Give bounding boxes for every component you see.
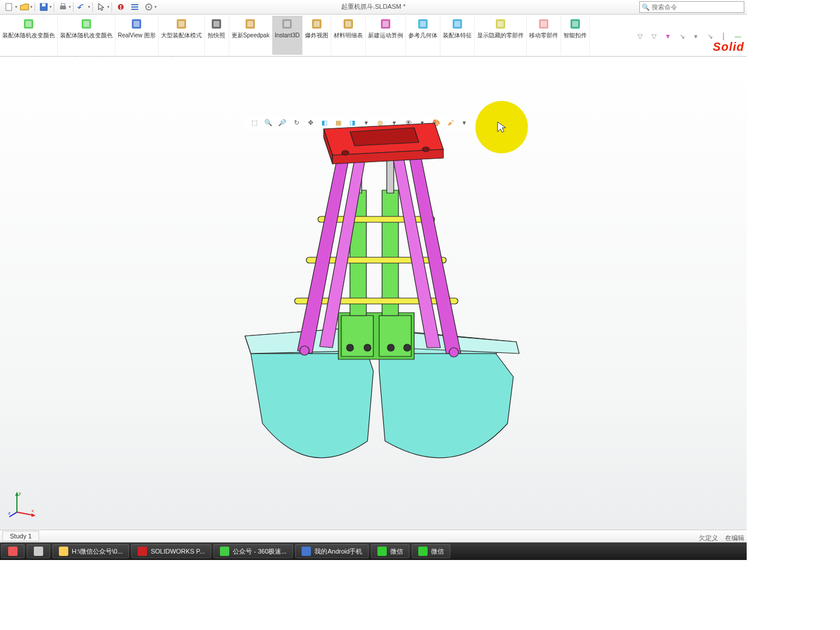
random-color1-icon	[79, 17, 93, 31]
taskbar-icon	[377, 547, 387, 556]
print-icon[interactable]	[57, 1, 69, 13]
ribbon-label: Instant3D	[275, 32, 300, 39]
taskbar-wechat2[interactable]: 微信	[412, 544, 450, 558]
dropdown-icon[interactable]: ▾	[88, 5, 90, 9]
arrow-icon[interactable]: ↘	[677, 31, 687, 41]
quick-access-toolbar: ▾ ▾ ▾ ▾ ▾ ▾ ▾ 起重机抓斗.SLDASM * 🔍	[0, 0, 747, 15]
svg-rect-0	[6, 4, 12, 10]
taskbar-wechat1[interactable]: 微信	[371, 544, 410, 558]
study-tab[interactable]: Study 1	[2, 531, 39, 541]
svg-point-59	[342, 150, 349, 155]
ribbon-instant3d[interactable]: Instant3D	[272, 16, 303, 55]
dropdown-icon[interactable]: ▾	[50, 5, 52, 9]
taskbar-explorer[interactable]: H:\微信公众号\0...	[52, 544, 129, 558]
ribbon-bom[interactable]: 材料明细表	[331, 16, 366, 55]
dropdown-icon[interactable]: ▾	[30, 5, 33, 9]
svg-rect-28	[314, 21, 320, 27]
taskbar-phone[interactable]: 我的Android手机	[295, 544, 369, 558]
svg-text:z: z	[8, 510, 10, 516]
search-command-box[interactable]: 🔍	[639, 1, 744, 13]
settings-icon[interactable]	[142, 1, 155, 13]
svg-rect-8	[131, 4, 138, 5]
svg-marker-65	[32, 513, 36, 517]
svg-rect-40	[541, 21, 547, 27]
assembly-feature-icon	[450, 17, 464, 31]
taskbar-browser[interactable]: 公众号 - 360极速...	[214, 544, 293, 558]
bom-icon	[341, 17, 355, 31]
separator	[73, 2, 74, 12]
svg-line-64	[17, 512, 33, 515]
ribbon-label: 拍快照	[208, 32, 225, 39]
ribbon-label: 大型装配体模式	[161, 32, 202, 39]
ribbon-new-motion[interactable]: 新建运动算例	[366, 16, 406, 55]
dropdown-icon[interactable]: ▾	[155, 5, 157, 9]
dropdown-icon[interactable]: ▾	[107, 5, 110, 9]
ribbon-assembly-feature[interactable]: 装配体特征	[440, 16, 475, 55]
svg-rect-6	[120, 5, 121, 8]
svg-rect-42	[572, 21, 578, 27]
show-hidden-icon	[494, 17, 508, 31]
realview-icon	[130, 17, 144, 31]
cursor-icon	[495, 120, 509, 134]
ribbon-show-hidden[interactable]: 显示隐藏的零部件	[475, 16, 527, 55]
filter-icon[interactable]: ▽	[635, 31, 645, 41]
ribbon-snapshot[interactable]: 拍快照	[205, 16, 229, 55]
rebuild-icon[interactable]	[114, 1, 127, 13]
svg-point-12	[148, 6, 150, 8]
new-icon[interactable]	[3, 1, 16, 13]
windows-taskbar: H:\微信公众号\0...SOLIDWORKS P...公众号 - 360极速.…	[0, 542, 747, 560]
select-icon[interactable]	[95, 1, 108, 13]
undo-icon[interactable]	[76, 1, 89, 13]
svg-rect-26	[284, 21, 290, 27]
taskbar-label: 我的Android手机	[314, 547, 362, 556]
ribbon-label: 显示隐藏的零部件	[477, 32, 524, 39]
status-bar: 欠定义 在编辑	[699, 534, 744, 542]
ribbon-smart-fastener[interactable]: 智能扣件	[561, 16, 590, 55]
exploded-view-icon	[310, 17, 324, 31]
cursor-highlight	[475, 101, 528, 153]
svg-point-57	[300, 346, 309, 355]
svg-rect-4	[61, 4, 65, 6]
dropdown-icon[interactable]: ▾	[691, 31, 701, 41]
ribbon-label: 移动零部件	[529, 32, 558, 39]
random-color2-icon	[22, 17, 36, 31]
motion-study-tabs: Study 1	[0, 530, 747, 542]
separator	[34, 2, 35, 12]
taskbar-sw[interactable]: SOLIDWORKS P...	[131, 544, 211, 558]
filter-icon[interactable]: ▼	[663, 31, 673, 41]
dropdown-icon[interactable]: ▾	[69, 5, 71, 9]
svg-point-46	[346, 344, 354, 351]
graphics-viewport[interactable]: ⬚ 🔍 🔎 ↻ ✥ ◧ ▦ ◨ ▾ ◍ ▾ 👁 ▾ 🎨 🖌 ▾ 🖵 ▾	[0, 57, 747, 530]
options-icon[interactable]	[128, 1, 141, 13]
large-asm-icon	[174, 17, 188, 31]
taskbar-icon	[138, 547, 147, 556]
ribbon-realview[interactable]: RealView 图形	[116, 16, 159, 55]
ref-geom-icon	[416, 17, 430, 31]
taskbar-label: 公众号 - 360极速...	[233, 547, 286, 556]
open-icon[interactable]	[18, 1, 31, 13]
ribbon-ref-geom[interactable]: 参考几何体	[406, 16, 440, 55]
ribbon-random-color1[interactable]: 装配体随机改变颜色	[58, 16, 116, 55]
ribbon-large-asm[interactable]: 大型装配体模式	[159, 16, 205, 55]
save-icon[interactable]	[37, 1, 50, 13]
search-input[interactable]	[652, 4, 744, 10]
svg-rect-51	[382, 190, 398, 316]
taskbar-scissors[interactable]	[27, 544, 50, 558]
taskbar-start[interactable]	[1, 544, 24, 558]
search-icon: 🔍	[640, 4, 652, 11]
filter-icon[interactable]: ▽	[649, 31, 659, 41]
ribbon-update-speedpak[interactable]: 更新Speedpak	[229, 16, 272, 55]
taskbar-icon	[418, 547, 428, 556]
taskbar-icon	[34, 547, 43, 556]
snapshot-icon	[209, 17, 223, 31]
svg-rect-32	[383, 21, 388, 27]
ribbon-exploded-view[interactable]: 爆炸视图	[303, 16, 331, 55]
taskbar-icon	[220, 547, 229, 556]
update-speedpak-icon	[243, 17, 257, 31]
orientation-triad[interactable]: y x z	[8, 489, 37, 518]
document-title: 起重机抓斗.SLDASM *	[341, 2, 406, 11]
svg-text:x: x	[32, 508, 34, 513]
dropdown-icon[interactable]: ▾	[15, 5, 18, 9]
ribbon-random-color2[interactable]: 装配体随机改变颜色	[0, 16, 58, 55]
ribbon-move-component[interactable]: 移动零部件	[527, 16, 561, 55]
